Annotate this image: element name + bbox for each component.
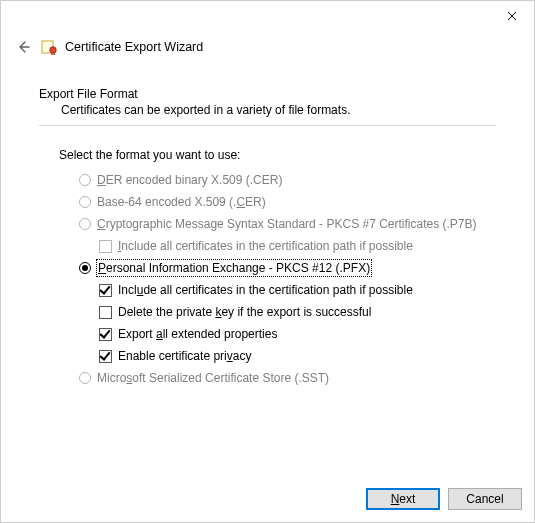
checkbox-icon [99,350,112,363]
section-heading: Export File Format [39,87,496,101]
back-arrow-icon [15,39,31,55]
radio-label: DER encoded binary X.509 (.CER) [97,172,282,188]
radio-label: Personal Information Exchange - PKCS #12… [97,260,371,276]
radio-pkcs7: Cryptographic Message Syntax Standard - … [79,216,496,232]
checkbox-label: Export all extended properties [118,326,277,342]
radio-sst: Microsoft Serialized Certificate Store (… [79,370,496,386]
check-pkcs7-include: Include all certificates in the certific… [99,238,496,254]
radio-der: DER encoded binary X.509 (.CER) [79,172,496,188]
check-pfx-extended[interactable]: Export all extended properties [99,326,496,342]
titlebar [1,1,534,31]
radio-icon [79,262,91,274]
radio-icon [79,372,91,384]
certificate-icon [41,39,57,55]
radio-pfx[interactable]: Personal Information Exchange - PKCS #12… [79,260,496,276]
checkbox-icon [99,328,112,341]
back-button[interactable] [13,37,33,57]
radio-label: Base-64 encoded X.509 (.CER) [97,194,266,210]
radio-icon [79,218,91,230]
checkbox-icon [99,240,112,253]
format-options: DER encoded binary X.509 (.CER) Base-64 … [79,172,496,386]
radio-icon [79,196,91,208]
close-icon [507,11,517,21]
checkbox-label: Enable certificate privacy [118,348,251,364]
checkbox-label: Include all certificates in the certific… [118,238,413,254]
check-pfx-include[interactable]: Include all certificates in the certific… [99,282,496,298]
wizard-title: Certificate Export Wizard [65,40,203,54]
next-button[interactable]: Next [366,488,440,510]
checkbox-label: Include all certificates in the certific… [118,282,413,298]
divider [39,125,496,126]
checkbox-label: Delete the private key if the export is … [118,304,371,320]
format-prompt: Select the format you want to use: [59,148,496,162]
wizard-content: Export File Format Certificates can be e… [1,59,534,386]
checkbox-icon [99,284,112,297]
cancel-button[interactable]: Cancel [448,488,522,510]
section-subtext: Certificates can be exported in a variet… [39,103,496,117]
check-pfx-delete[interactable]: Delete the private key if the export is … [99,304,496,320]
close-button[interactable] [490,1,534,31]
check-pfx-privacy[interactable]: Enable certificate privacy [99,348,496,364]
checkbox-icon [99,306,112,319]
wizard-header: Certificate Export Wizard [1,31,534,59]
footer-buttons: Next Cancel [366,488,522,510]
radio-label: Cryptographic Message Syntax Standard - … [97,216,477,232]
radio-icon [79,174,91,186]
radio-base64: Base-64 encoded X.509 (.CER) [79,194,496,210]
radio-label: Microsoft Serialized Certificate Store (… [97,370,329,386]
